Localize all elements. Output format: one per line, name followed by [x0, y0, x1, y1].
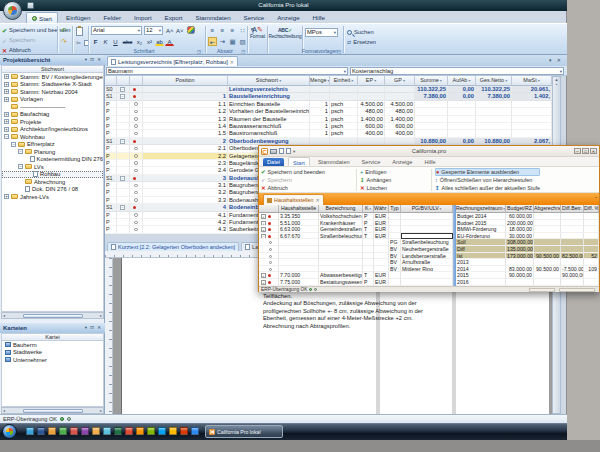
- tree-item-baufachtag[interactable]: +Baufachtag: [2, 111, 103, 119]
- scroll-right-icon[interactable]: ▸: [100, 313, 102, 318]
- collapse-icon[interactable]: −: [120, 176, 125, 181]
- spellcheck-button[interactable]: ABC✓ Rechtschreibung: [268, 27, 302, 40]
- structure-filter-select[interactable]: Baumann ▾: [106, 67, 348, 75]
- tree-item-planung[interactable]: −Planung: [2, 148, 103, 156]
- taskbar-icon[interactable]: [92, 427, 100, 435]
- strikethrough-icon[interactable]: abc: [121, 37, 134, 46]
- overlay-tab-datei[interactable]: Datei: [263, 158, 284, 166]
- table-row[interactable]: PGStraßenbeleuchtung: [259, 239, 453, 246]
- tabbar-menu-icon[interactable]: ▪: [596, 195, 597, 200]
- tree-item-jahres-lvs[interactable]: +Jahres-LVs: [2, 193, 103, 201]
- page-setup-icon[interactable]: [286, 148, 291, 154]
- kartei-hscrollbar[interactable]: ◂▸: [1, 407, 104, 414]
- column-diff[interactable]: Diff. %: [584, 205, 599, 213]
- taskbar-icon[interactable]: [147, 427, 155, 435]
- ribbon-tab-anzeige[interactable]: Anzeige: [272, 12, 304, 23]
- column-pgbvulv[interactable]: PG/BV/ULV: [401, 205, 453, 213]
- overlay-tab-anzeige[interactable]: Anzeige: [388, 157, 416, 166]
- ribbon-tab-import[interactable]: Import: [129, 12, 157, 23]
- bold-icon[interactable]: F: [91, 37, 100, 46]
- tree-item-stamm-bv-kostengliederungen[interactable]: +Stamm: BV / Kostengliederungen: [2, 73, 103, 81]
- maximize-icon[interactable]: □: [582, 148, 589, 154]
- dialog-launcher-icon[interactable]: ◳: [337, 49, 341, 54]
- text-tab[interactable]: Kurztext [2.2: Gelagerten Oberboden ande…: [107, 242, 239, 251]
- application-orb-button[interactable]: [3, 1, 22, 20]
- expand-icon[interactable]: +: [261, 273, 266, 278]
- replace-button[interactable]: ⇄ Ersetzen: [347, 38, 376, 47]
- underline-icon[interactable]: U: [111, 37, 120, 46]
- table-row[interactable]: BVMittlerer Ring: [259, 266, 453, 273]
- expand-icon[interactable]: +: [4, 127, 9, 132]
- cut-icon[interactable]: ✂: [76, 39, 81, 46]
- ribbon-tab-hilfe[interactable]: Hilfe: [308, 12, 330, 23]
- tree-item-rohbau[interactable]: Rohbau: [2, 171, 103, 179]
- lv-column-ep[interactable]: EP: [358, 76, 385, 86]
- table-row[interactable]: +6.63.000GemeindestraßenTEUR: [259, 226, 453, 233]
- collapse-icon[interactable]: −: [120, 94, 125, 99]
- expand-icon[interactable]: +: [261, 227, 266, 232]
- panel-controls-icons[interactable]: ▾ ⊡ ✕: [85, 55, 102, 65]
- collapse-icon[interactable]: −: [11, 142, 16, 147]
- indent-icon[interactable]: ⇥: [218, 37, 227, 46]
- column-typ[interactable]: Typ: [389, 205, 401, 213]
- collapse-icon[interactable]: −: [4, 134, 9, 139]
- column-whr[interactable]: Währ: [374, 205, 389, 213]
- expand-icon[interactable]: +: [4, 112, 9, 117]
- subscript-icon[interactable]: x₂: [135, 37, 144, 46]
- collapse-icon[interactable]: −: [120, 139, 125, 144]
- lv-column-summe[interactable]: Summe: [415, 76, 448, 86]
- format-button[interactable]: A✎ Format: [249, 27, 266, 40]
- table-row[interactable]: S0−Leistungsverzeichnis110.322,250,00110…: [105, 86, 552, 93]
- lv-column-menge[interactable]: Menge: [310, 76, 330, 86]
- scroll-right-icon[interactable]: ▸: [100, 408, 102, 413]
- minimize-icon[interactable]: ─: [574, 148, 581, 154]
- taskbar-icon[interactable]: [103, 427, 111, 435]
- sidebar-hscrollbar[interactable]: ◂▸: [1, 312, 104, 319]
- table-row[interactable]: P1.2Vorhalten der Baustelleneinrichtung1…: [105, 108, 552, 115]
- expand-icon[interactable]: +: [4, 89, 9, 94]
- align-left-icon[interactable]: ≡: [208, 26, 217, 35]
- table-row[interactable]: 201590.000,0090.000,00: [456, 272, 599, 279]
- lv-column-stichwort[interactable]: Stichwort: [228, 76, 310, 86]
- project-panel-header[interactable]: Projektübersicht ▾ ⊡ ✕: [0, 55, 105, 65]
- paste-icon[interactable]: [76, 27, 83, 36]
- overlay-button-anh-ngen[interactable]: ↧Anhängen: [360, 176, 391, 184]
- tree-item-kostenermittlung-din-276[interactable]: Kostenermittlung DIN 276: [2, 156, 103, 164]
- table-row[interactable]: 2016: [456, 279, 599, 286]
- table-row[interactable]: BMWi-Förderung18.000,00: [456, 226, 599, 233]
- ribbon-tab-einfügen[interactable]: Einfügen: [61, 12, 95, 23]
- kartei-item-bauherrn[interactable]: Bauherrn: [2, 341, 103, 349]
- overlay-tab-start[interactable]: Start: [288, 157, 310, 166]
- font-color-icon[interactable]: A: [165, 37, 174, 46]
- lv-column-position[interactable]: Position: [143, 76, 228, 86]
- taskbar-icon[interactable]: [37, 427, 45, 435]
- taskbar-icon[interactable]: [26, 427, 34, 435]
- find-button[interactable]: Suchen: [347, 28, 374, 37]
- lv-column-einheit[interactable]: Einheit: [330, 76, 358, 86]
- table-row[interactable]: P1.5Baustromanschluß1psch400,00400,00: [105, 130, 552, 137]
- ribbon-tab-export[interactable]: Export: [160, 12, 188, 23]
- table-row[interactable]: Budget 201460.000,00: [456, 213, 599, 220]
- dialog-launcher-icon[interactable]: ◳: [241, 49, 245, 54]
- taskbar-icon[interactable]: [125, 427, 133, 435]
- taskbar-icon[interactable]: [48, 427, 56, 435]
- table-row[interactable]: BVNeuherbergerstraße: [259, 246, 453, 253]
- expand-icon[interactable]: +: [261, 214, 266, 219]
- lv-column-aufab[interactable]: AufAb: [448, 76, 476, 86]
- align-right-icon[interactable]: ≡: [228, 26, 237, 35]
- print-icon[interactable]: [270, 149, 277, 154]
- table-row[interactable]: +3.35.350VolkshochschulenPEUR: [259, 213, 453, 220]
- column-diffbetr[interactable]: Diff.Betr.: [561, 205, 584, 213]
- table-row[interactable]: 201483.000,0090.500,00-7.500,00109: [456, 266, 599, 273]
- scroll-thumb[interactable]: [23, 314, 83, 318]
- column-rechnungszeitraum[interactable]: Rechnungszeitraum: [456, 205, 506, 213]
- tree-item-projekte[interactable]: +Projekte: [2, 118, 103, 126]
- undo-icon[interactable]: ↶: [61, 27, 67, 35]
- taskbar-icon[interactable]: [180, 427, 188, 435]
- shading-icon[interactable]: ▨: [238, 37, 247, 46]
- close-icon[interactable]: ✕: [590, 148, 597, 154]
- ribbon-tab-stammdaten[interactable]: Stammdaten: [191, 12, 236, 23]
- expand-icon[interactable]: +: [4, 194, 9, 199]
- table-row[interactable]: S1−1Baustelleneinrichtung7.380,000,007.3…: [105, 93, 552, 100]
- tree-item-abrechnung[interactable]: Abrechnung: [2, 178, 103, 186]
